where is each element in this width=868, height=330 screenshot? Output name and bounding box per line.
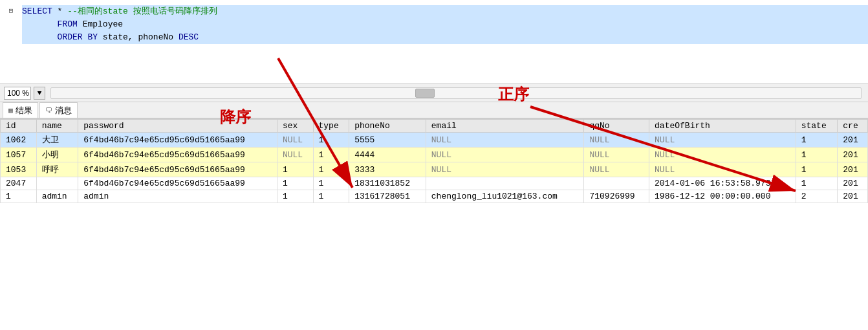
cell-phoneNo: 4444 bbox=[349, 148, 426, 162]
tab-messages[interactable]: 🗨 消息 bbox=[39, 102, 78, 118]
cell-name: admin bbox=[36, 190, 78, 203]
tab-results-label: 结果 bbox=[16, 105, 32, 116]
table-header-row: id name password sex type phoneNo email … bbox=[1, 120, 868, 133]
col-header-name: name bbox=[36, 120, 78, 133]
cell-dateOfBirth: NULL bbox=[649, 148, 796, 162]
cell-email: NULL bbox=[426, 148, 584, 162]
cell-id: 1057 bbox=[1, 148, 37, 162]
cell-type: 1 bbox=[313, 190, 349, 203]
cell-password: 6f4bd46b7c94e65cd95c69d51665aa99 bbox=[78, 133, 277, 148]
col-header-sex: sex bbox=[277, 120, 313, 133]
tab-messages-label: 消息 bbox=[55, 105, 72, 116]
cell-qqNo: NULL bbox=[584, 133, 649, 148]
cell-cre: 201 bbox=[838, 190, 868, 203]
col-header-email: email bbox=[426, 120, 584, 133]
cell-phoneNo: 18311031852 bbox=[349, 177, 426, 190]
col-header-password: password bbox=[78, 120, 277, 133]
sql-line-4 bbox=[22, 45, 27, 55]
grid-icon: ▦ bbox=[8, 106, 13, 115]
col-header-qqNo: qqNo bbox=[584, 120, 649, 133]
cell-qqNo: NULL bbox=[584, 148, 649, 162]
cell-phoneNo: 3333 bbox=[349, 162, 426, 177]
col-header-state: state bbox=[796, 120, 838, 133]
cell-qqNo bbox=[584, 177, 649, 190]
col-header-cre: cre bbox=[838, 120, 868, 133]
cell-state: 1 bbox=[796, 133, 838, 148]
col-header-id: id bbox=[1, 120, 37, 133]
col-header-dateOfBirth: dateOfBirth bbox=[649, 120, 796, 133]
main-content: ⊟ SELECT * --相同的state 按照电话号码降序排列 FROM Em… bbox=[0, 0, 868, 330]
cell-password: 6f4bd46b7c94e65cd95c69d51665aa99 bbox=[78, 177, 277, 190]
cell-type: 1 bbox=[313, 148, 349, 162]
cell-qqNo: NULL bbox=[584, 162, 649, 177]
sql-line-1: SELECT * --相同的state 按照电话号码降序排列 bbox=[22, 5, 868, 18]
col-header-type: type bbox=[313, 120, 349, 133]
cell-dateOfBirth: NULL bbox=[649, 133, 796, 148]
message-icon: 🗨 bbox=[45, 106, 52, 115]
cell-dateOfBirth: 2014-01-06 16:53:58.973 bbox=[649, 177, 796, 190]
tabs-row: ▦ 结果 🗨 消息 bbox=[0, 102, 868, 119]
results-table: id name password sex type phoneNo email … bbox=[0, 119, 868, 203]
table-row[interactable]: 1053呼呼6f4bd46b7c94e65cd95c69d51665aa9911… bbox=[1, 162, 868, 177]
cell-name: 大卫 bbox=[36, 133, 78, 148]
cell-password: 6f4bd46b7c94e65cd95c69d51665aa99 bbox=[78, 148, 277, 162]
table-row[interactable]: 1adminadmin1113161728051chenglong_liu102… bbox=[1, 190, 868, 203]
zoom-input[interactable] bbox=[4, 87, 31, 100]
cell-email: NULL bbox=[426, 133, 584, 148]
table-row[interactable]: 20476f4bd46b7c94e65cd95c69d51665aa991118… bbox=[1, 177, 868, 190]
cell-name: 呼呼 bbox=[36, 162, 78, 177]
cell-sex: 1 bbox=[277, 177, 313, 190]
collapse-icon[interactable]: ⊟ bbox=[9, 6, 14, 15]
cell-dateOfBirth: 1986-12-12 00:00:00.000 bbox=[649, 190, 796, 203]
cell-id: 1062 bbox=[1, 133, 37, 148]
cell-phoneNo: 5555 bbox=[349, 133, 426, 148]
cell-id: 2047 bbox=[1, 177, 37, 190]
cell-state: 1 bbox=[796, 177, 838, 190]
cell-phoneNo: 13161728051 bbox=[349, 190, 426, 203]
zoom-dropdown-btn[interactable]: ▼ bbox=[34, 87, 45, 100]
cell-cre: 201 bbox=[838, 177, 868, 190]
cell-qqNo: 710926999 bbox=[584, 190, 649, 203]
cell-id: 1 bbox=[1, 190, 37, 203]
cell-state: 1 bbox=[796, 148, 838, 162]
cell-state: 1 bbox=[796, 162, 838, 177]
horizontal-scrollbar[interactable] bbox=[50, 87, 862, 99]
cell-cre: 201 bbox=[838, 133, 868, 148]
line-indicator: ⊟ bbox=[5, 5, 17, 57]
cell-sex: 1 bbox=[277, 190, 313, 203]
cell-sex: NULL bbox=[277, 133, 313, 148]
cell-email bbox=[426, 177, 584, 190]
table-row[interactable]: 1057小明6f4bd46b7c94e65cd95c69d51665aa99NU… bbox=[1, 148, 868, 162]
table-row[interactable]: 1062大卫6f4bd46b7c94e65cd95c69d51665aa99NU… bbox=[1, 133, 868, 148]
cell-password: admin bbox=[78, 190, 277, 203]
scrollbar-thumb[interactable] bbox=[415, 89, 435, 98]
toolbar-row: ▼ bbox=[0, 84, 868, 102]
cell-type: 1 bbox=[313, 133, 349, 148]
cell-cre: 201 bbox=[838, 162, 868, 177]
cell-name: 小明 bbox=[36, 148, 78, 162]
cell-id: 1053 bbox=[1, 162, 37, 177]
cell-sex: 1 bbox=[277, 162, 313, 177]
cell-sex: NULL bbox=[277, 148, 313, 162]
cell-email: NULL bbox=[426, 162, 584, 177]
cell-email: chenglong_liu1021@163.com bbox=[426, 190, 584, 203]
cell-name bbox=[36, 177, 78, 190]
cell-type: 1 bbox=[313, 162, 349, 177]
sql-line-2: FROM Employee bbox=[22, 18, 868, 31]
cell-type: 1 bbox=[313, 177, 349, 190]
table-body: 1062大卫6f4bd46b7c94e65cd95c69d51665aa99NU… bbox=[1, 133, 868, 203]
cell-cre: 201 bbox=[838, 148, 868, 162]
cell-state: 2 bbox=[796, 190, 838, 203]
results-container[interactable]: id name password sex type phoneNo email … bbox=[0, 119, 868, 330]
sql-line-3: ORDER BY state, phoneNo DESC bbox=[22, 31, 868, 44]
tab-results[interactable]: ▦ 结果 bbox=[3, 102, 38, 118]
sql-editor: ⊟ SELECT * --相同的state 按照电话号码降序排列 FROM Em… bbox=[0, 0, 868, 84]
cell-dateOfBirth: NULL bbox=[649, 162, 796, 177]
col-header-phoneNo: phoneNo bbox=[349, 120, 426, 133]
cell-password: 6f4bd46b7c94e65cd95c69d51665aa99 bbox=[78, 162, 277, 177]
sql-code: SELECT * --相同的state 按照电话号码降序排列 FROM Empl… bbox=[17, 5, 868, 57]
